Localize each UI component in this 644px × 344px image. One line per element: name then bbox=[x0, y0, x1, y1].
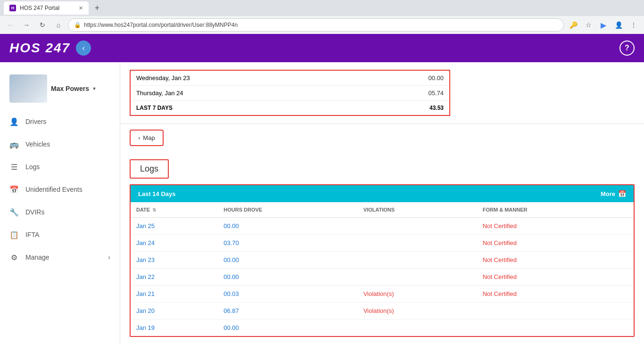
log-form-manner: Not Certified bbox=[477, 286, 634, 303]
logs-table-header-bar: Last 14 Days More 📅 bbox=[131, 185, 634, 202]
address-bar[interactable]: 🔒 https://www.hos247portal.com/portal/dr… bbox=[68, 18, 564, 32]
sidebar: Max Powers ▾ 👤 Drivers 🚌 Vehicles ☰ Logs… bbox=[0, 62, 120, 344]
sidebar-user[interactable]: Max Powers ▾ bbox=[0, 67, 120, 110]
drivers-icon: 👤 bbox=[9, 117, 19, 126]
sidebar-nav: 👤 Drivers 🚌 Vehicles ☰ Logs 📅 Unidentifi… bbox=[0, 110, 120, 269]
sidebar-chevron-icon: ▾ bbox=[93, 85, 96, 92]
table-row: Jan 20 06.87 Violation(s) bbox=[131, 303, 634, 319]
log-violations bbox=[358, 252, 477, 269]
browser-titlebar: H HOS 247 Portal ✕ + bbox=[0, 0, 644, 16]
summary-table: Wednesday, Jan 23 00.00 Thursday, Jan 24… bbox=[130, 70, 450, 116]
logs-table-header-row: DATE ⇅ HOURS DROVE VIOLATIONS FORM & MAN… bbox=[131, 202, 634, 218]
browser-tab-close[interactable]: ✕ bbox=[79, 5, 83, 11]
sidebar-item-ifta[interactable]: 📋 IFTA bbox=[0, 223, 120, 246]
menu-button[interactable]: ⋮ bbox=[627, 18, 640, 32]
summary-last7-row: LAST 7 DAYS 43.53 bbox=[130, 101, 450, 116]
sidebar-item-label: Vehicles bbox=[25, 140, 110, 148]
summary-date-2: Thursday, Jan 24 bbox=[130, 86, 356, 101]
log-hours: 00.00 bbox=[218, 218, 357, 235]
sort-icon[interactable]: ⇅ bbox=[152, 207, 156, 213]
sidebar-avatar bbox=[9, 74, 47, 103]
map-toggle-label: Map bbox=[143, 134, 155, 141]
sidebar-item-manage[interactable]: ⚙ Manage › bbox=[0, 246, 120, 269]
table-row: Jan 25 00.00 Not Certified bbox=[131, 218, 634, 235]
sidebar-item-unidentified-events[interactable]: 📅 Unidentified Events bbox=[0, 178, 120, 201]
sidebar-item-label: IFTA bbox=[25, 231, 110, 238]
app-header: HOS 247 ‹ ? bbox=[0, 34, 644, 62]
log-violations[interactable]: Violation(s) bbox=[358, 286, 477, 303]
sidebar-item-label: DVIRs bbox=[25, 208, 110, 216]
table-row: Jan 22 00.00 Not Certified bbox=[131, 269, 634, 286]
browser-tab-icon: H bbox=[9, 5, 16, 11]
manage-icon: ⚙ bbox=[9, 253, 19, 262]
account-button[interactable]: 👤 bbox=[612, 18, 625, 32]
calendar-icon: 📅 bbox=[618, 190, 626, 197]
logs-section-header: Logs bbox=[130, 159, 169, 179]
sidebar-item-drivers[interactable]: 👤 Drivers bbox=[0, 110, 120, 133]
logs-col-hours: HOURS DROVE bbox=[218, 202, 357, 218]
log-form-manner: Not Certified bbox=[477, 218, 634, 235]
log-violations bbox=[358, 319, 477, 336]
browser-chrome: H HOS 247 Portal ✕ + ← → ↻ ⌂ 🔒 https://w… bbox=[0, 0, 644, 34]
logs-table-period-label: Last 14 Days bbox=[138, 190, 176, 197]
log-hours: 03.70 bbox=[218, 235, 357, 252]
log-hours: 00.00 bbox=[218, 252, 357, 269]
logs-col-date: DATE ⇅ bbox=[131, 202, 218, 218]
summary-date-1: Wednesday, Jan 23 bbox=[130, 70, 356, 86]
log-violations bbox=[358, 218, 477, 235]
app-logo: HOS 247 bbox=[9, 41, 70, 56]
browser-new-tab-button[interactable]: + bbox=[91, 1, 104, 15]
map-toggle-button[interactable]: › Map bbox=[130, 130, 164, 146]
browser-toolbar-actions: 🔑 ☆ ▶ 👤 ⋮ bbox=[567, 18, 640, 32]
logs-col-form-manner: FORM & MANNER bbox=[477, 202, 634, 218]
extensions-button[interactable]: 🔑 bbox=[567, 18, 580, 32]
log-form-manner: Not Certified bbox=[477, 252, 634, 269]
logs-table-container: Last 14 Days More 📅 DATE ⇅ HOURS DR bbox=[130, 184, 635, 337]
log-form-manner: Not Certified bbox=[477, 235, 634, 252]
log-form-manner: Not Certified bbox=[477, 269, 634, 286]
summary-hours-1: 00.00 bbox=[356, 70, 450, 86]
manage-expand-icon: › bbox=[108, 254, 110, 261]
log-date[interactable]: Jan 24 bbox=[131, 235, 218, 252]
sidebar-item-dvirs[interactable]: 🔧 DVIRs bbox=[0, 201, 120, 223]
sync-button[interactable]: ▶ bbox=[597, 18, 610, 32]
table-row: Jan 21 00.03 Violation(s) Not Certified bbox=[131, 286, 634, 303]
log-hours: 00.00 bbox=[218, 319, 357, 336]
refresh-button[interactable]: ↻ bbox=[36, 18, 49, 32]
table-row: Jan 24 03.70 Not Certified bbox=[131, 235, 634, 252]
log-date[interactable]: Jan 20 bbox=[131, 303, 218, 319]
home-button[interactable]: ⌂ bbox=[52, 18, 65, 32]
star-button[interactable]: ☆ bbox=[582, 18, 595, 32]
app-back-button[interactable]: ‹ bbox=[76, 41, 91, 56]
back-button[interactable]: ← bbox=[4, 18, 17, 32]
logs-section-title: Logs bbox=[140, 164, 158, 173]
browser-tab[interactable]: H HOS 247 Portal ✕ bbox=[4, 1, 89, 15]
sidebar-item-label: Drivers bbox=[25, 118, 110, 125]
log-violations[interactable]: Violation(s) bbox=[358, 303, 477, 319]
log-hours: 06.87 bbox=[218, 303, 357, 319]
sidebar-username: Max Powers bbox=[51, 85, 89, 92]
logs-section: Logs Last 14 Days More 📅 DATE bbox=[120, 154, 644, 344]
log-violations bbox=[358, 235, 477, 252]
logs-icon: ☰ bbox=[9, 162, 19, 172]
log-date[interactable]: Jan 22 bbox=[131, 269, 218, 286]
forward-button[interactable]: → bbox=[20, 18, 33, 32]
last7-label: LAST 7 DAYS bbox=[130, 101, 356, 116]
main-content: Wednesday, Jan 23 00.00 Thursday, Jan 24… bbox=[120, 62, 644, 344]
app-help-button[interactable]: ? bbox=[619, 41, 635, 56]
log-date[interactable]: Jan 19 bbox=[131, 319, 218, 336]
summary-section: Wednesday, Jan 23 00.00 Thursday, Jan 24… bbox=[120, 62, 644, 124]
logs-table-more-button[interactable]: More 📅 bbox=[601, 190, 626, 197]
log-form-manner bbox=[477, 319, 634, 336]
log-violations bbox=[358, 269, 477, 286]
logs-more-label: More bbox=[601, 190, 615, 197]
log-date[interactable]: Jan 23 bbox=[131, 252, 218, 269]
log-date[interactable]: Jan 25 bbox=[131, 218, 218, 235]
table-row: Jan 23 00.00 Not Certified bbox=[131, 252, 634, 269]
sidebar-item-vehicles[interactable]: 🚌 Vehicles bbox=[0, 133, 120, 156]
log-date[interactable]: Jan 21 bbox=[131, 286, 218, 303]
vehicles-icon: 🚌 bbox=[9, 139, 19, 149]
log-hours: 00.00 bbox=[218, 269, 357, 286]
app-container: HOS 247 ‹ ? Max Powers ▾ 👤 Drivers 🚌 Veh… bbox=[0, 34, 644, 344]
sidebar-item-logs[interactable]: ☰ Logs bbox=[0, 156, 120, 178]
